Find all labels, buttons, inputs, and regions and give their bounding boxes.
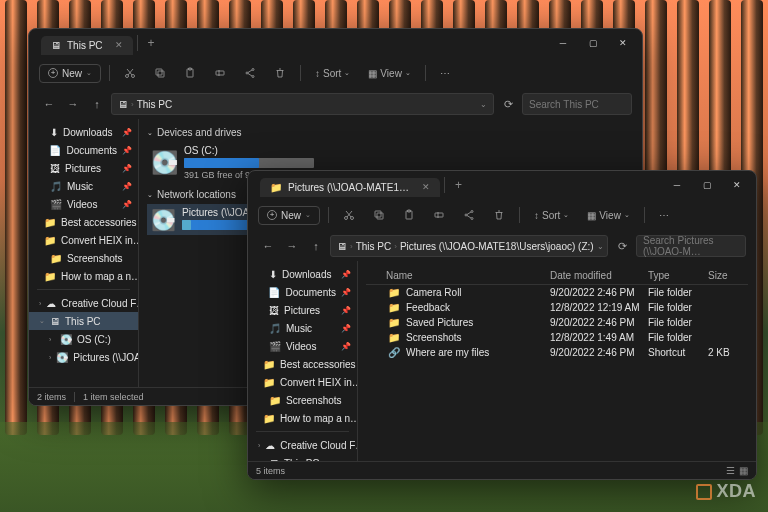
sidebar-item[interactable]: 🎬Videos📌 bbox=[248, 337, 357, 355]
file-name: Saved Pictures bbox=[406, 317, 473, 328]
sidebar-item[interactable]: 🖼Pictures📌 bbox=[248, 301, 357, 319]
grid-view-icon[interactable]: ▦ bbox=[739, 465, 748, 476]
sidebar-item[interactable]: 📁Best accessories bbox=[248, 355, 357, 373]
view-button[interactable]: ▦ View ⌄ bbox=[362, 65, 417, 82]
sidebar-item[interactable]: 📄Documents📌 bbox=[29, 141, 138, 159]
new-button[interactable]: +New ⌄ bbox=[39, 64, 101, 83]
sidebar-item[interactable]: 📁How to map a n… bbox=[248, 409, 357, 427]
sidebar-label: Documents bbox=[285, 287, 336, 298]
cut-button[interactable] bbox=[337, 206, 361, 224]
pin-icon: 📌 bbox=[341, 342, 351, 351]
sidebar-item[interactable]: ›💽OS (C:) bbox=[29, 330, 138, 348]
minimize-button[interactable]: ─ bbox=[662, 171, 692, 199]
up-button[interactable]: ↑ bbox=[306, 236, 326, 256]
details-view-icon[interactable]: ☰ bbox=[726, 465, 735, 476]
titlebar[interactable]: 📁 Pictures (\\JOAO-MATE18\Use… ✕ + ─ ▢ ✕ bbox=[248, 171, 756, 199]
sidebar-item[interactable]: 📁Best accessories bbox=[29, 213, 138, 231]
tab-thispc[interactable]: 🖥 This PC ✕ bbox=[41, 36, 133, 55]
sidebar-item[interactable]: 📁How to map a n… bbox=[29, 267, 138, 285]
sidebar-item[interactable]: ⌄🖥This PC bbox=[29, 312, 138, 330]
more-button[interactable]: ⋯ bbox=[434, 65, 456, 82]
rename-button[interactable] bbox=[208, 64, 232, 82]
sidebar-item[interactable]: ⌄🖥This PC bbox=[248, 454, 357, 461]
sidebar-item[interactable]: 📁Convert HEIX in… bbox=[29, 231, 138, 249]
copy-button[interactable] bbox=[148, 64, 172, 82]
close-button[interactable]: ✕ bbox=[722, 171, 752, 199]
back-button[interactable]: ← bbox=[258, 236, 278, 256]
new-button[interactable]: +New ⌄ bbox=[258, 206, 320, 225]
add-tab-button[interactable]: + bbox=[140, 32, 163, 54]
sidebar-item[interactable]: ›☁Creative Cloud F… bbox=[248, 436, 357, 454]
file-row[interactable]: 📁Feedback12/8/2022 12:19 AMFile folder bbox=[366, 300, 748, 315]
devices-header[interactable]: ⌄Devices and drives bbox=[147, 127, 634, 138]
search-input[interactable]: Search Pictures (\\JOAO-M… bbox=[636, 235, 746, 257]
maximize-button[interactable]: ▢ bbox=[692, 171, 722, 199]
tab-pictures[interactable]: 📁 Pictures (\\JOAO-MATE18\Use… ✕ bbox=[260, 178, 440, 197]
sidebar-item[interactable]: 🖼Pictures📌 bbox=[29, 159, 138, 177]
minimize-button[interactable]: ─ bbox=[548, 29, 578, 57]
crumb[interactable]: This PC bbox=[356, 241, 392, 252]
close-button[interactable]: ✕ bbox=[608, 29, 638, 57]
breadcrumb[interactable]: 🖥› This PC› Pictures (\\JOAO-MATE18\User… bbox=[330, 235, 608, 257]
crumb[interactable]: Pictures (\\JOAO-MATE18\Users\joaoc) (Z:… bbox=[400, 241, 594, 252]
refresh-button[interactable]: ⟳ bbox=[612, 236, 632, 256]
close-tab-icon[interactable]: ✕ bbox=[422, 182, 430, 192]
more-button[interactable]: ⋯ bbox=[653, 207, 675, 224]
pin-icon: 📌 bbox=[341, 288, 351, 297]
sidebar-item[interactable]: ⬇Downloads📌 bbox=[29, 123, 138, 141]
breadcrumb[interactable]: 🖥› This PC ⌄ bbox=[111, 93, 494, 115]
up-button[interactable]: ↑ bbox=[87, 94, 107, 114]
share-button[interactable] bbox=[457, 206, 481, 224]
col-date[interactable]: Date modified bbox=[550, 270, 648, 281]
chevron-icon[interactable]: › bbox=[258, 442, 260, 449]
file-row[interactable]: 🔗Where are my files9/20/2022 2:46 PMShor… bbox=[366, 345, 748, 360]
sidebar-item[interactable]: 📄Documents📌 bbox=[248, 283, 357, 301]
sort-button[interactable]: ↕ Sort ⌄ bbox=[528, 207, 575, 224]
cut-button[interactable] bbox=[118, 64, 142, 82]
col-type[interactable]: Type bbox=[648, 270, 708, 281]
crumb[interactable]: This PC bbox=[137, 99, 173, 110]
chevron-down-icon[interactable]: ⌄ bbox=[480, 100, 487, 109]
sidebar-icon: 💽 bbox=[60, 334, 72, 345]
chevron-icon[interactable]: ⌄ bbox=[39, 317, 45, 325]
file-date: 12/8/2022 1:49 AM bbox=[550, 332, 648, 343]
sort-button[interactable]: ↕ Sort ⌄ bbox=[309, 65, 356, 82]
paste-button[interactable] bbox=[178, 64, 202, 82]
delete-button[interactable] bbox=[268, 64, 292, 82]
close-tab-icon[interactable]: ✕ bbox=[115, 40, 123, 50]
sidebar-item[interactable]: ›☁Creative Cloud F… bbox=[29, 294, 138, 312]
refresh-button[interactable]: ⟳ bbox=[498, 94, 518, 114]
chevron-down-icon[interactable]: ⌄ bbox=[597, 242, 604, 251]
sidebar-item[interactable]: 🎬Videos📌 bbox=[29, 195, 138, 213]
file-name: Where are my files bbox=[406, 347, 489, 358]
col-size[interactable]: Size bbox=[708, 270, 748, 281]
svg-rect-13 bbox=[375, 211, 381, 217]
sidebar-item[interactable]: 🎵Music📌 bbox=[248, 319, 357, 337]
maximize-button[interactable]: ▢ bbox=[578, 29, 608, 57]
delete-button[interactable] bbox=[487, 206, 511, 224]
rename-button[interactable] bbox=[427, 206, 451, 224]
titlebar[interactable]: 🖥 This PC ✕ + ─ ▢ ✕ bbox=[29, 29, 642, 57]
file-row[interactable]: 📁Camera Roll9/20/2022 2:46 PMFile folder bbox=[366, 285, 748, 300]
sidebar-item[interactable]: 🎵Music📌 bbox=[29, 177, 138, 195]
share-button[interactable] bbox=[238, 64, 262, 82]
file-row[interactable]: 📁Saved Pictures9/20/2022 2:46 PMFile fol… bbox=[366, 315, 748, 330]
search-input[interactable]: Search This PC bbox=[522, 93, 632, 115]
file-row[interactable]: 📁Screenshots12/8/2022 1:49 AMFile folder bbox=[366, 330, 748, 345]
sidebar-item[interactable]: 📁Screenshots bbox=[248, 391, 357, 409]
sidebar-item[interactable]: 📁Screenshots bbox=[29, 249, 138, 267]
sidebar-item[interactable]: ›💽Pictures (\\JOA… bbox=[29, 348, 138, 366]
col-name[interactable]: Name bbox=[382, 270, 550, 281]
paste-button[interactable] bbox=[397, 206, 421, 224]
add-tab-button[interactable]: + bbox=[447, 174, 470, 196]
sidebar-item[interactable]: ⬇Downloads📌 bbox=[248, 265, 357, 283]
column-headers[interactable]: Name Date modified Type Size bbox=[366, 267, 748, 285]
copy-button[interactable] bbox=[367, 206, 391, 224]
content-pane[interactable]: Name Date modified Type Size 📁Camera Rol… bbox=[358, 261, 756, 461]
chevron-icon[interactable]: › bbox=[39, 300, 41, 307]
forward-button[interactable]: → bbox=[63, 94, 83, 114]
forward-button[interactable]: → bbox=[282, 236, 302, 256]
back-button[interactable]: ← bbox=[39, 94, 59, 114]
sidebar-item[interactable]: 📁Convert HEIX in… bbox=[248, 373, 357, 391]
view-button[interactable]: ▦ View ⌄ bbox=[581, 207, 636, 224]
